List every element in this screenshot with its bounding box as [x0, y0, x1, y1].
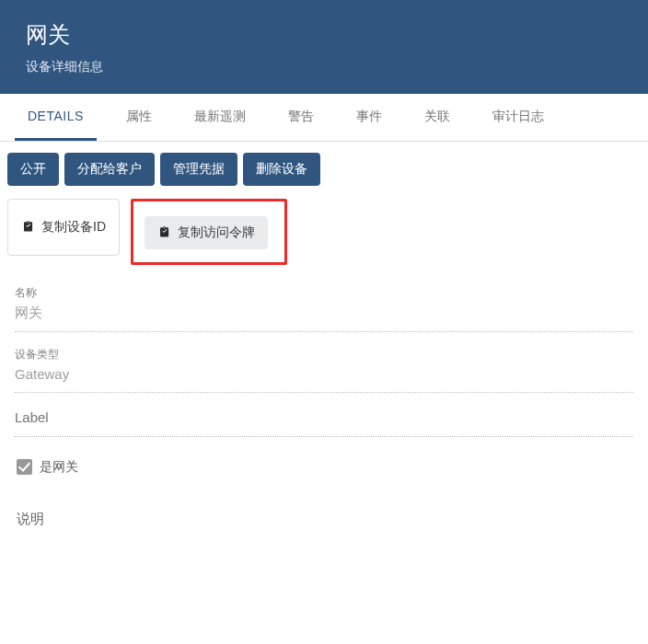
- copy-access-token-button[interactable]: 复制访问令牌: [145, 216, 268, 249]
- tab-telemetry[interactable]: 最新遥测: [181, 94, 259, 141]
- panel-header: 网关 设备详细信息: [0, 0, 648, 94]
- copy-device-id-button[interactable]: 复制设备ID: [7, 199, 120, 256]
- tab-relations[interactable]: 关联: [411, 94, 463, 141]
- action-row-1: 公开 分配给客户 管理凭据 删除设备: [7, 153, 641, 199]
- label-field: Label: [15, 398, 633, 437]
- tabs-bar: DETAILS 属性 最新遥测 警告 事件 关联 审计日志: [0, 94, 648, 142]
- type-value[interactable]: Gateway: [15, 364, 633, 385]
- tab-alarms[interactable]: 警告: [275, 94, 327, 141]
- label-label[interactable]: Label: [15, 408, 633, 429]
- action-row-2: 复制设备ID 复制访问令牌: [7, 199, 641, 269]
- page-subtitle: 设备详细信息: [26, 59, 622, 75]
- tab-attributes[interactable]: 属性: [113, 94, 165, 141]
- name-label: 名称: [15, 285, 633, 301]
- copy-device-id-label: 复制设备ID: [41, 219, 106, 236]
- manage-credentials-button[interactable]: 管理凭据: [160, 153, 237, 186]
- name-field: 名称 网关: [15, 276, 633, 332]
- content-area: 公开 分配给客户 管理凭据 删除设备 复制设备ID 复制访问令牌 名称 网关: [0, 142, 648, 565]
- fields-section: 名称 网关 设备类型 Gateway Label 是网关 说明: [7, 269, 641, 545]
- page-title: 网关: [26, 20, 622, 50]
- description-label[interactable]: 说明: [15, 511, 633, 537]
- description-field: 说明: [15, 501, 633, 545]
- tab-events[interactable]: 事件: [343, 94, 395, 141]
- tab-details[interactable]: DETAILS: [15, 94, 97, 141]
- type-field: 设备类型 Gateway: [15, 338, 633, 394]
- checkbox-checked-icon[interactable]: [17, 459, 32, 475]
- tab-audit[interactable]: 审计日志: [480, 94, 557, 141]
- delete-device-button[interactable]: 删除设备: [243, 153, 320, 186]
- public-button[interactable]: 公开: [7, 153, 59, 186]
- copy-access-token-label: 复制访问令牌: [178, 224, 255, 241]
- name-value[interactable]: 网关: [15, 303, 633, 324]
- clipboard-icon: [157, 225, 172, 240]
- is-gateway-label: 是网关: [40, 459, 78, 476]
- clipboard-icon: [21, 220, 36, 235]
- is-gateway-row[interactable]: 是网关: [17, 459, 633, 476]
- type-label: 设备类型: [15, 347, 633, 362]
- assign-customer-button[interactable]: 分配给客户: [64, 153, 155, 186]
- highlight-box: 复制访问令牌: [131, 199, 287, 265]
